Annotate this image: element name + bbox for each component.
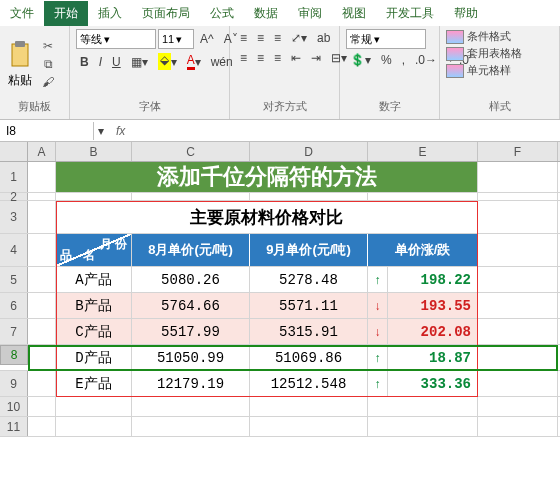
row-header[interactable]: 10: [0, 397, 28, 416]
row-header[interactable]: 11: [0, 417, 28, 436]
align-right-icon[interactable]: ≡: [270, 49, 285, 67]
aug-price[interactable]: 12179.19: [132, 371, 250, 396]
cell[interactable]: [28, 234, 56, 266]
row-header[interactable]: 1: [0, 162, 28, 192]
row-header[interactable]: 3: [0, 201, 28, 233]
col-header-C[interactable]: C: [132, 142, 250, 161]
header-diag[interactable]: 月 份品 名: [56, 234, 132, 266]
cell[interactable]: [478, 417, 558, 436]
change-value[interactable]: 198.22: [388, 267, 478, 292]
sep-price[interactable]: 51069.86: [250, 345, 368, 370]
col-header-E[interactable]: E: [368, 142, 478, 161]
change-value[interactable]: 193.55: [388, 293, 478, 318]
cell[interactable]: [478, 371, 558, 396]
cell[interactable]: [28, 193, 56, 200]
comma-button[interactable]: ,: [398, 51, 409, 69]
cell[interactable]: [28, 397, 56, 416]
product-name[interactable]: D产品: [56, 345, 132, 370]
paste-button[interactable]: 粘贴: [6, 40, 34, 89]
name-box-dropdown[interactable]: ▾: [94, 122, 108, 140]
tab-开始[interactable]: 开始: [44, 1, 88, 26]
cell[interactable]: [28, 345, 56, 370]
change-value[interactable]: 333.36: [388, 371, 478, 396]
conditional-format-button[interactable]: 条件格式: [446, 29, 511, 44]
cell[interactable]: [478, 345, 558, 370]
row-header[interactable]: 7: [0, 319, 28, 344]
fx-icon[interactable]: fx: [108, 124, 133, 138]
font-color-button[interactable]: A▾: [183, 51, 205, 72]
aug-price[interactable]: 5517.99: [132, 319, 250, 344]
currency-button[interactable]: 💲▾: [346, 51, 375, 69]
change-arrow[interactable]: ↓: [368, 293, 388, 318]
tab-文件[interactable]: 文件: [0, 1, 44, 26]
fill-color-button[interactable]: ⬙▾: [154, 51, 181, 72]
col-header-A[interactable]: A: [28, 142, 56, 161]
wrap-text-button[interactable]: ab: [313, 29, 334, 47]
cell[interactable]: [478, 162, 558, 192]
header-change[interactable]: 单价涨/跌: [368, 234, 478, 266]
header-sep[interactable]: 9月单价(元/吨): [250, 234, 368, 266]
row-header[interactable]: 2: [0, 193, 28, 200]
cell-styles-button[interactable]: 单元格样: [446, 63, 511, 78]
col-header-B[interactable]: B: [56, 142, 132, 161]
tab-页面布局[interactable]: 页面布局: [132, 1, 200, 26]
change-arrow[interactable]: ↓: [368, 319, 388, 344]
tab-公式[interactable]: 公式: [200, 1, 244, 26]
align-center-icon[interactable]: ≡: [253, 49, 268, 67]
font-name-select[interactable]: 等线▾: [76, 29, 156, 49]
indent-dec-icon[interactable]: ⇤: [287, 49, 305, 67]
format-painter-icon[interactable]: 🖌: [40, 74, 56, 90]
cell[interactable]: [28, 293, 56, 318]
font-size-select[interactable]: 11▾: [158, 29, 194, 49]
percent-button[interactable]: %: [377, 51, 396, 69]
bold-button[interactable]: B: [76, 53, 93, 71]
align-left-icon[interactable]: ≡: [236, 49, 251, 67]
product-name[interactable]: A产品: [56, 267, 132, 292]
row-header[interactable]: 8: [0, 345, 28, 365]
tab-数据[interactable]: 数据: [244, 1, 288, 26]
cell[interactable]: [478, 319, 558, 344]
cell[interactable]: [368, 417, 478, 436]
italic-button[interactable]: I: [95, 53, 106, 71]
cell[interactable]: [478, 267, 558, 292]
cell[interactable]: [56, 397, 132, 416]
product-name[interactable]: C产品: [56, 319, 132, 344]
col-header-D[interactable]: D: [250, 142, 368, 161]
tab-审阅[interactable]: 审阅: [288, 1, 332, 26]
sep-price[interactable]: 5571.11: [250, 293, 368, 318]
tab-帮助[interactable]: 帮助: [444, 1, 488, 26]
indent-inc-icon[interactable]: ⇥: [307, 49, 325, 67]
cell[interactable]: [132, 417, 250, 436]
header-aug[interactable]: 8月单价(元/吨): [132, 234, 250, 266]
col-header-F[interactable]: F: [478, 142, 558, 161]
align-mid-icon[interactable]: ≡: [253, 29, 268, 47]
cell[interactable]: [478, 193, 558, 200]
sep-price[interactable]: 12512.548: [250, 371, 368, 396]
cell[interactable]: [478, 397, 558, 416]
cell[interactable]: [478, 293, 558, 318]
cell[interactable]: [28, 371, 56, 396]
change-arrow[interactable]: ↑: [368, 345, 388, 370]
tab-插入[interactable]: 插入: [88, 1, 132, 26]
row-header[interactable]: 9: [0, 371, 28, 396]
change-value[interactable]: 202.08: [388, 319, 478, 344]
aug-price[interactable]: 51050.99: [132, 345, 250, 370]
cell[interactable]: [28, 319, 56, 344]
cell[interactable]: [368, 397, 478, 416]
cell[interactable]: [368, 193, 478, 200]
cell[interactable]: [56, 417, 132, 436]
cell[interactable]: [28, 162, 56, 192]
cell[interactable]: [250, 417, 368, 436]
cell[interactable]: [28, 417, 56, 436]
cell[interactable]: [478, 234, 558, 266]
align-top-icon[interactable]: ≡: [236, 29, 251, 47]
align-bot-icon[interactable]: ≡: [270, 29, 285, 47]
sep-price[interactable]: 5315.91: [250, 319, 368, 344]
cell[interactable]: [28, 201, 56, 233]
cell[interactable]: [250, 397, 368, 416]
subtitle-cell[interactable]: 主要原材料价格对比: [56, 201, 478, 233]
change-arrow[interactable]: ↑: [368, 371, 388, 396]
change-value[interactable]: 18.87: [388, 345, 478, 370]
product-name[interactable]: B产品: [56, 293, 132, 318]
aug-price[interactable]: 5764.66: [132, 293, 250, 318]
